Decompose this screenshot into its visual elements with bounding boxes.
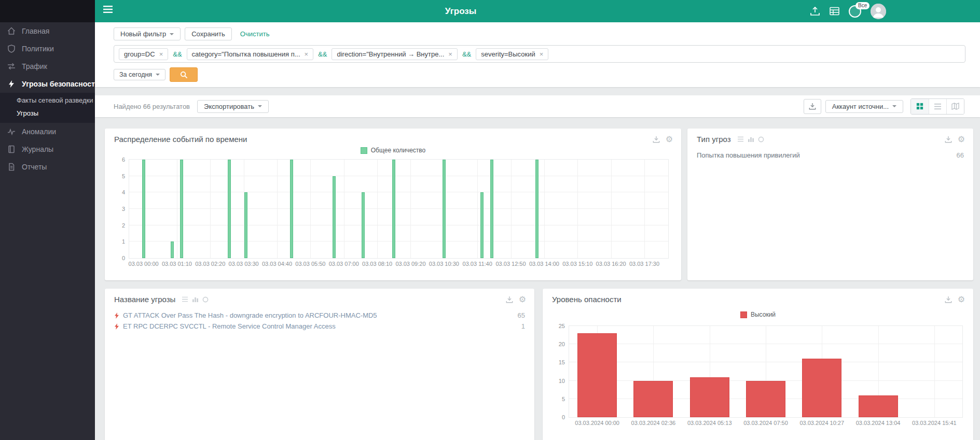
timeline-bar[interactable] [443,160,446,258]
legend-label: Высокий [751,311,776,318]
table-icon[interactable] [830,7,839,16]
donut-view-icon[interactable] [202,296,209,303]
sidebar-item-anomalies[interactable]: Аномалии [0,123,95,140]
timeline-bar[interactable] [535,160,539,258]
timeline-bar[interactable] [392,160,395,258]
table-view-icon[interactable] [182,296,188,302]
period-select-button[interactable]: За сегодня [114,69,165,80]
timeline-bar[interactable] [180,160,183,258]
x-axis-tick-label: 03.03.2024 13:04 [856,420,901,426]
card-download-icon[interactable] [945,136,952,143]
x-axis-tick-label: 03.03 08:10 [362,261,392,267]
card-threat-types: Тип угроз ⚙ [687,129,973,280]
source-account-select[interactable]: Аккаунт источни... [825,100,903,113]
card-download-icon[interactable] [945,296,952,303]
bar-chart-view-icon[interactable] [192,296,199,302]
table-view-icon[interactable] [737,136,744,142]
search-button[interactable] [170,67,198,82]
upload-icon[interactable] [810,7,820,16]
threat-type-link[interactable]: Попытка повышения привилегий [697,151,800,159]
x-axis-tick-label: 03.03 04:40 [262,261,292,267]
timeline-bar[interactable] [362,192,365,258]
donut-view-icon[interactable] [758,136,764,143]
avatar[interactable] [871,4,886,19]
card-settings-gear-icon[interactable]: ⚙ [666,135,673,144]
sidebar-item-home[interactable]: Главная [0,22,95,40]
results-right-actions: Аккаунт источни... [804,98,964,115]
y-axis-tick-label: 4 [122,189,125,195]
timeline-bar[interactable] [490,160,493,258]
card-download-icon[interactable] [506,296,513,303]
filter-chip[interactable]: severity=Высокий× [476,48,548,60]
timeline-bar[interactable] [171,242,174,258]
home-icon [7,27,16,35]
download-results-button[interactable] [804,99,821,114]
main-area: Угрозы Все Новый фил [95,0,980,440]
threat-type-list: Попытка повышения привилегий66 [687,146,973,161]
sidebar-subitem-recon-facts[interactable]: Факты сетевой разведки [0,94,95,107]
bar-chart-view-icon[interactable] [748,136,754,142]
x-axis-tick-label: 03.03 05:50 [295,261,325,267]
scope-all-control[interactable]: Все [849,5,861,18]
filter-panel: Новый фильтр Сохранить Очистить group=DC… [95,22,980,87]
timeline-bar[interactable] [142,160,145,258]
chip-remove-icon[interactable]: × [540,51,544,58]
timeline-bar[interactable] [333,176,336,258]
severity-bar[interactable] [746,381,785,417]
sidebar-corner [0,0,95,22]
severity-bar[interactable] [859,395,898,417]
sidebar-item-journals[interactable]: Журналы [0,140,95,158]
severity-bar[interactable] [802,359,841,417]
sidebar-item-threats[interactable]: Угрозы безопасности [0,75,95,93]
legend-swatch [740,311,747,318]
timeline-bar[interactable] [244,192,247,258]
chip-remove-icon[interactable]: × [448,51,452,58]
timeline-bar[interactable] [290,160,293,258]
filter-operator: && [173,50,182,58]
gridline [177,160,177,258]
card-events-timeline: Распределение событий по времени ⚙ Общее… [105,129,681,280]
card-tools: ⚙ [653,135,673,144]
card-tools: ⚙ [945,295,965,304]
threat-name-link[interactable]: ET RPC DCERPC SVCCTL - Remote Service Co… [123,322,336,330]
filter-chip[interactable]: direction="Внутренний → Внутре...× [332,48,457,60]
card-settings-gear-icon[interactable]: ⚙ [958,295,965,304]
view-map-button[interactable] [946,99,964,114]
chip-remove-icon[interactable]: × [305,51,309,58]
filter-chip[interactable]: group=DC× [119,48,168,60]
sidebar-item-traffic[interactable]: Трафик [0,58,95,75]
sidebar-item-policies[interactable]: Политики [0,40,95,58]
sidebar-subitem-threats-page[interactable]: Угрозы [0,107,95,120]
x-axis-tick-label: 03.03 07:00 [329,261,359,267]
card-download-icon[interactable] [653,136,660,143]
filter-query-input[interactable]: group=DC×&&category="Попытка повышения п… [114,45,965,63]
timeline-bar[interactable] [228,160,231,258]
new-filter-button[interactable]: Новый фильтр [114,27,181,40]
severity-bar[interactable] [633,381,673,417]
x-axis-tick-label: 03.03 15:10 [562,261,592,267]
x-axis-tick-label: 03.03 10:30 [429,261,459,267]
timeline-bar[interactable] [480,192,484,258]
save-filter-button[interactable]: Сохранить [185,27,232,40]
card-settings-gear-icon[interactable]: ⚙ [958,135,965,144]
view-table-button[interactable] [929,99,946,114]
gridline [544,160,545,258]
results-count: Найдено 66 результатов [114,103,190,110]
sidebar-item-label: Аномалии [22,127,56,136]
x-axis-tick-label: 03.03.2024 07:50 [743,420,788,426]
export-button[interactable]: Экспортировать [197,100,269,113]
threat-name-list: GT ATTACK Over Pass The Hash - downgrade… [105,306,534,332]
chip-remove-icon[interactable]: × [159,51,163,58]
sidebar-item-reports[interactable]: Отчеты [0,158,95,176]
card-settings-gear-icon[interactable]: ⚙ [519,295,526,304]
scope-badge: Все [855,2,869,9]
view-cards-button[interactable] [911,99,929,114]
clear-filter-link[interactable]: Очистить [240,30,270,38]
threat-name-link[interactable]: GT ATTACK Over Pass The Hash - downgrade… [123,311,377,319]
card-tools: ⚙ [945,135,965,144]
severity-plot: 051015202503.03.2024 00:0003.03.2024 02:… [569,325,963,418]
menu-toggle-button[interactable] [103,6,113,13]
severity-bar[interactable] [577,333,617,417]
severity-bar[interactable] [690,377,729,417]
filter-chip[interactable]: category="Попытка повышения п...× [187,48,314,60]
